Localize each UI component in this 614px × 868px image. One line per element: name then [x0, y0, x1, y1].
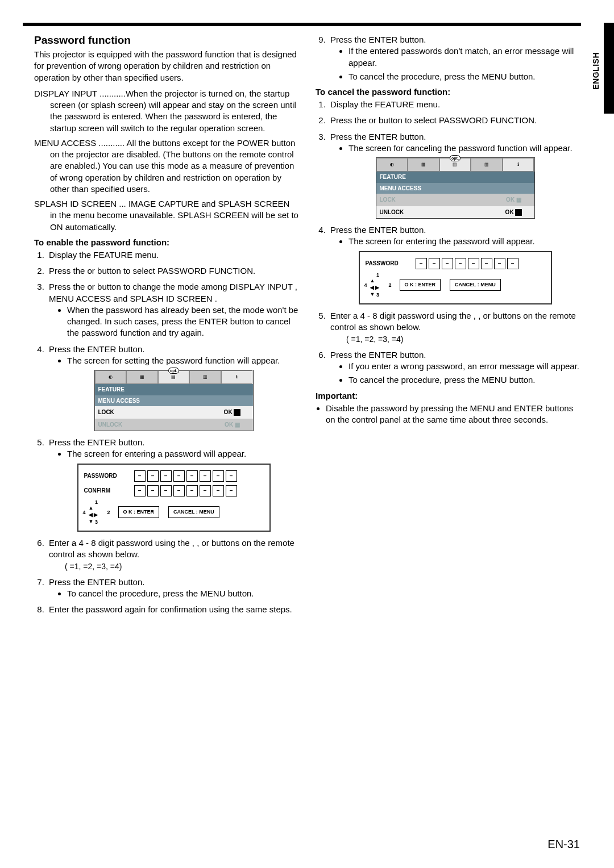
dpad-left: 4	[83, 508, 86, 515]
pw-box: –	[147, 485, 159, 496]
password-boxes: ––––––––	[134, 470, 237, 482]
step-4: Press the ENTER button. The screen for s…	[47, 344, 298, 432]
step-3-bullet: When the password has already been set, …	[67, 304, 298, 339]
dpad-right: 2	[107, 508, 110, 515]
def-term-menu-access: MENU ACCESS ...........	[34, 138, 125, 148]
dpad-icon: 1 2 3 4 ▲◀ ▶▼	[366, 273, 391, 298]
step-7-text: Press the ENTER button.	[49, 577, 144, 587]
password-figure-right: PASSWORD –––––––– 1 2 3 4 ▲◀ ▶▼	[359, 251, 552, 304]
cancel-step-5: Enter a 4 - 8 digit password using the ,…	[328, 310, 580, 345]
menu-tab-info-icon: ℹ	[221, 370, 253, 384]
menu-subheader: MENU ACCESS	[376, 183, 534, 194]
menu-row-value: OK	[506, 197, 515, 203]
password-figure: PASSWORD –––––––– CONFIRM ––––––––	[77, 464, 271, 532]
step-7-bullet: To cancel the procedure, press the MENU …	[67, 588, 298, 599]
menu-header: FEATURE	[376, 172, 534, 183]
opt-badge: opt.	[168, 368, 179, 374]
cancel-step-5-equation: ( =1, =2, =3, =4)	[346, 334, 580, 345]
pw-box: –	[186, 485, 198, 496]
pw-box: –	[507, 258, 518, 269]
menu-tab-icon: ▥	[189, 370, 221, 384]
menu-figure-unlock: ◐ ▦ opt.▤ ▥ ℹ FEATURE MENU ACCESS LOCK O…	[376, 157, 535, 219]
def-term-splash: SPLASH ID SCREEN ...	[34, 199, 126, 208]
menu-tab-icon: ▥	[471, 158, 503, 172]
menu-row-lock: LOCK OK ▦	[376, 194, 534, 206]
step-9-text: Press the ENTER button.	[330, 35, 426, 44]
confirm-label: CONFIRM	[84, 487, 128, 495]
step-9: Press the ENTER button. If the entered p…	[328, 34, 580, 82]
pw-box: –	[134, 470, 146, 482]
step-3: Press the or button to change the mode a…	[47, 281, 298, 339]
step-4-text: Press the ENTER button.	[49, 344, 144, 354]
menu-tab-icon: ◐	[95, 370, 127, 384]
cancel-step-2: Press the or button to select PASSWORD F…	[328, 115, 580, 126]
password-label: PASSWORD	[84, 472, 128, 480]
pw-box: –	[213, 485, 224, 496]
side-tab	[604, 23, 614, 114]
menu-row-label: UNLOCK	[380, 208, 497, 216]
menu-subheader: MENU ACCESS	[95, 395, 253, 407]
ok-enter-label: O K : ENTER	[118, 506, 160, 518]
cancel-step-1: Display the FEATURE menu.	[328, 99, 580, 110]
menu-tab-icon: ▦	[126, 370, 158, 384]
enable-heading: To enable the password function:	[34, 237, 298, 247]
menu-row-value: OK	[224, 409, 233, 415]
menu-row-unlock: UNLOCK OK ▦	[95, 419, 253, 431]
step-5-bullet: The screen for entering a password will …	[67, 448, 298, 460]
pw-box: –	[173, 485, 185, 496]
cancel-step-6: Press the ENTER button. If you enter a w…	[328, 349, 580, 386]
cancel-heading: To cancel the password function:	[316, 87, 580, 97]
definition-list: DISPLAY INPUT ...........When the projec…	[34, 88, 298, 233]
menu-tab-icon: ▦	[408, 158, 439, 172]
pw-box: –	[200, 470, 211, 482]
step-6-equation: ( =1, =2, =3, =4)	[65, 561, 298, 572]
opt-badge: opt.	[450, 155, 460, 161]
cancel-step-6-bullet-1: If you enter a wrong password, an error …	[349, 361, 580, 372]
menu-tab-info-icon: ℹ	[503, 158, 534, 172]
step-9-bullet-2: To cancel the procedure, press the MENU …	[349, 71, 580, 82]
menu-row-label: LOCK	[98, 408, 215, 416]
cancel-step-6-bullet-2: To cancel the procedure, press the MENU …	[349, 374, 580, 386]
menu-row-label: UNLOCK	[98, 421, 215, 429]
cancel-step-3: Press the ENTER button. The screen for c…	[328, 131, 580, 219]
step-5-text: Press the ENTER button.	[49, 437, 144, 447]
def-term-display-input: DISPLAY INPUT ...........	[34, 89, 126, 98]
pw-box: –	[455, 258, 466, 269]
step-6-text: Enter a 4 - 8 digit password using the ,…	[49, 538, 294, 559]
pw-box: –	[200, 485, 211, 496]
page-number: EN-31	[547, 838, 580, 851]
pw-box: –	[429, 258, 440, 269]
right-column: Press the ENTER button. If the entered p…	[316, 34, 580, 620]
pw-box: –	[160, 470, 172, 482]
enter-icon	[234, 409, 240, 416]
pw-box: –	[134, 485, 146, 496]
cancel-step-3-text: Press the ENTER button.	[330, 132, 426, 141]
pw-box: –	[442, 258, 453, 269]
pw-box: –	[468, 258, 479, 269]
cancel-menu-label: CANCEL : MENU	[450, 279, 501, 290]
ok-enter-label: O K : ENTER	[400, 279, 441, 290]
page-top-rule	[23, 23, 581, 26]
pw-box: –	[213, 470, 224, 482]
cancel-menu-label: CANCEL : MENU	[168, 506, 219, 518]
password-label: PASSWORD	[366, 260, 410, 268]
enable-steps: Display the FEATURE menu. Press the or b…	[34, 249, 298, 616]
menu-header: FEATURE	[95, 384, 253, 395]
pw-box: –	[481, 258, 492, 269]
cancel-step-6-text: Press the ENTER button.	[330, 350, 426, 360]
menu-tab-opt: opt.▤	[158, 370, 190, 384]
language-label: ENGLISH	[591, 52, 600, 90]
cancel-steps: Display the FEATURE menu. Press the or b…	[316, 99, 580, 386]
dpad-right: 2	[388, 281, 391, 288]
step-5: Press the ENTER button. The screen for e…	[47, 437, 298, 532]
menu-tab-opt: opt.▤	[439, 158, 471, 172]
confirm-boxes: ––––––––	[134, 485, 237, 496]
enter-icon	[515, 209, 522, 216]
step-1: Display the FEATURE menu.	[47, 249, 298, 261]
step-7: Press the ENTER button. To cancel the pr…	[47, 577, 298, 600]
step-2: Press the or button to select PASSWORD F…	[47, 265, 298, 277]
cancel-step-5-text: Enter a 4 - 8 digit password using the ,…	[330, 311, 576, 332]
pw-box: –	[226, 485, 237, 496]
password-boxes: ––––––––	[416, 258, 518, 269]
menu-row-lock: LOCK OK	[95, 406, 253, 419]
